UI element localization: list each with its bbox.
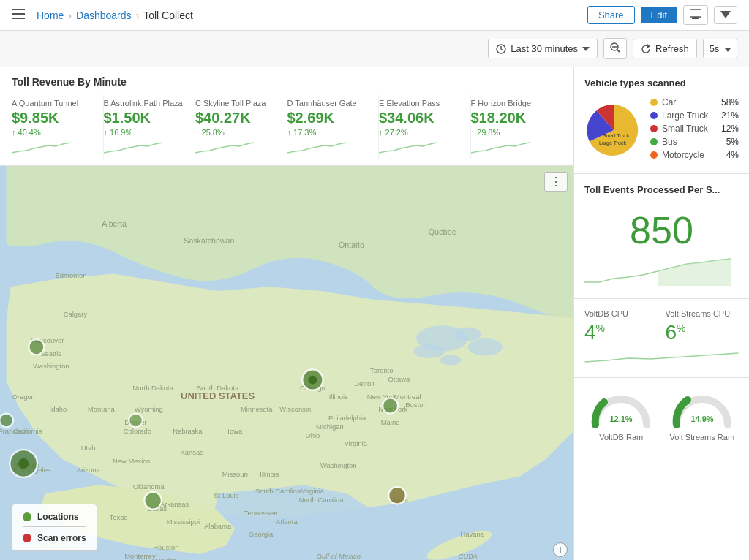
vehicle-legend-item-4: Motorcycle 4% — [650, 150, 739, 160]
svg-point-22 — [440, 355, 461, 366]
svg-text:Iowa: Iowa — [227, 427, 243, 435]
cpu-card: VoltDB CPU 4% Volt Streams CPU 6% — [574, 299, 749, 378]
svg-text:Houston: Houston — [153, 543, 178, 551]
card-change-0: ↑ 40.4% — [12, 128, 94, 137]
map-options-button[interactable]: ⋮ — [544, 172, 568, 192]
edit-button[interactable]: Edit — [641, 7, 677, 23]
card-change-1: ↑ 16.9% — [104, 128, 187, 137]
card-value-4: $34.06K — [379, 110, 462, 126]
svg-text:Edmonton: Edmonton — [56, 272, 87, 280]
svg-text:Texas: Texas — [110, 513, 128, 521]
revenue-cards: A Quantum Tunnel $9.85K ↑ 40.4% B Astrol… — [12, 95, 562, 159]
svg-point-20 — [455, 328, 481, 341]
svg-point-102 — [388, 487, 406, 504]
cpu-row: VoltDB CPU 4% Volt Streams CPU 6% — [584, 309, 739, 344]
svg-point-101 — [383, 398, 398, 414]
vehicle-pct-1: 21% — [721, 110, 739, 121]
breadcrumb-home[interactable]: Home — [37, 10, 64, 21]
vehicle-legend-item-0: Car 58% — [650, 97, 739, 107]
svg-text:Tennessee: Tennessee — [244, 509, 278, 517]
card-value-3: $2.69K — [287, 110, 370, 126]
hamburger-icon[interactable] — [12, 9, 25, 21]
refresh-interval-selector[interactable]: 5s — [703, 39, 737, 58]
svg-point-21 — [413, 345, 444, 359]
svg-text:Mexico: Mexico — [155, 556, 177, 560]
vehicle-pct-4: 4% — [726, 150, 739, 160]
cpu-sparkline — [584, 347, 739, 369]
voltdb-cpu-item: VoltDB CPU 4% — [584, 309, 658, 344]
map-wrapper: UNITED STATES Saskatchewan Alberta Quebe… — [0, 166, 573, 560]
vehicle-name-3: Bus — [662, 137, 722, 147]
vehicle-pct-0: 58% — [721, 97, 739, 107]
vehicle-legend-item-3: Bus 5% — [650, 137, 739, 147]
toolbar: Last 30 minutes Refresh 5s — [0, 31, 749, 67]
vehicle-dot-3 — [650, 138, 658, 145]
revenue-card-3: D Tannhäuser Gate $2.69K ↑ 17.3% — [287, 95, 380, 159]
svg-rect-4 — [693, 17, 698, 18]
svg-text:Alabama: Alabama — [204, 522, 232, 530]
revenue-card-4: E Elevation Pass $34.06K ↑ 27.2% — [379, 95, 471, 159]
svg-text:Monterrey: Monterrey — [124, 552, 156, 560]
svg-text:Montreal: Montreal — [394, 393, 421, 401]
svg-rect-17 — [0, 166, 7, 560]
svg-text:Quebec: Quebec — [429, 228, 456, 237]
svg-text:Washington: Washington — [33, 363, 69, 371]
svg-text:12.1%: 12.1% — [610, 415, 633, 423]
vehicle-pct-2: 12% — [721, 124, 739, 134]
card-value-5: $18.20K — [471, 110, 554, 126]
refresh-button[interactable]: Refresh — [633, 39, 697, 58]
map-background: UNITED STATES Saskatchewan Alberta Quebe… — [0, 166, 573, 560]
vehicle-name-4: Motorcycle — [662, 150, 722, 160]
svg-text:Wyoming: Wyoming — [135, 406, 163, 414]
svg-text:Montana: Montana — [88, 406, 115, 414]
breadcrumb-sep1: › — [68, 10, 72, 21]
locations-dot — [23, 512, 31, 521]
svg-text:Boston: Boston — [405, 401, 426, 409]
svg-rect-5 — [692, 18, 699, 19]
svg-text:South Carolina: South Carolina — [255, 488, 301, 496]
card-label-3: D Tannhäuser Gate — [287, 98, 370, 108]
svg-point-100 — [308, 376, 317, 385]
card-value-1: $1.50K — [104, 110, 187, 126]
svg-text:Kansas: Kansas — [181, 449, 204, 457]
more-options-button[interactable] — [714, 6, 737, 24]
svg-rect-3 — [690, 9, 701, 17]
vehicle-dot-0 — [650, 99, 658, 106]
breadcrumb-sep2: › — [136, 10, 140, 21]
svg-marker-10 — [582, 47, 590, 51]
svg-text:Saskatchewan: Saskatchewan — [184, 236, 234, 245]
card-change-4: ↑ 27.2% — [379, 128, 462, 137]
card-sparkline-0 — [12, 140, 70, 154]
volt-streams-cpu-value: 6% — [666, 321, 739, 344]
share-button[interactable]: Share — [587, 6, 635, 24]
legend-scan-errors: Scan errors — [23, 526, 86, 543]
vehicle-types-title: Vehicle types scanned — [584, 77, 739, 88]
svg-text:Detroit: Detroit — [354, 379, 374, 387]
breadcrumb: Home › Dashboards › Toll Collect — [37, 10, 193, 21]
toll-sparkline — [584, 257, 731, 286]
vehicle-chart: Small Truck Large Truck Car 58% Large Tr… — [584, 97, 739, 163]
time-range-picker[interactable]: Last 30 minutes — [488, 39, 598, 58]
vehicle-name-0: Car — [662, 97, 717, 107]
svg-text:Calgary: Calgary — [64, 311, 88, 319]
vehicle-dot-4 — [650, 151, 658, 159]
card-sparkline-2 — [195, 140, 254, 154]
card-value-2: $40.27K — [195, 110, 278, 126]
zoom-out-button[interactable] — [603, 38, 627, 59]
revenue-section: Toll Revenue By Minute A Quantum Tunnel … — [0, 67, 573, 166]
volt-streams-cpu-label: Volt Streams CPU — [666, 309, 739, 318]
svg-text:Virginia: Virginia — [301, 488, 325, 496]
card-label-1: B Astrolink Path Plaza — [104, 98, 187, 108]
svg-text:Georgia: Georgia — [249, 531, 274, 539]
map-section[interactable]: UNITED STATES Saskatchewan Alberta Quebe… — [0, 166, 573, 560]
svg-text:San Francisco: San Francisco — [0, 427, 29, 435]
svg-text:Arizona: Arizona — [77, 466, 101, 474]
svg-text:Nebraska: Nebraska — [173, 427, 203, 435]
breadcrumb-dashboards[interactable]: Dashboards — [76, 10, 132, 21]
svg-text:Virginia: Virginia — [345, 440, 368, 448]
map-info-button[interactable]: i — [553, 542, 568, 557]
monitor-icon-button[interactable] — [683, 5, 708, 25]
svg-text:Alberta: Alberta — [102, 219, 127, 228]
voltdb-cpu-label: VoltDB CPU — [584, 309, 658, 318]
scan-errors-label: Scan errors — [37, 533, 86, 543]
